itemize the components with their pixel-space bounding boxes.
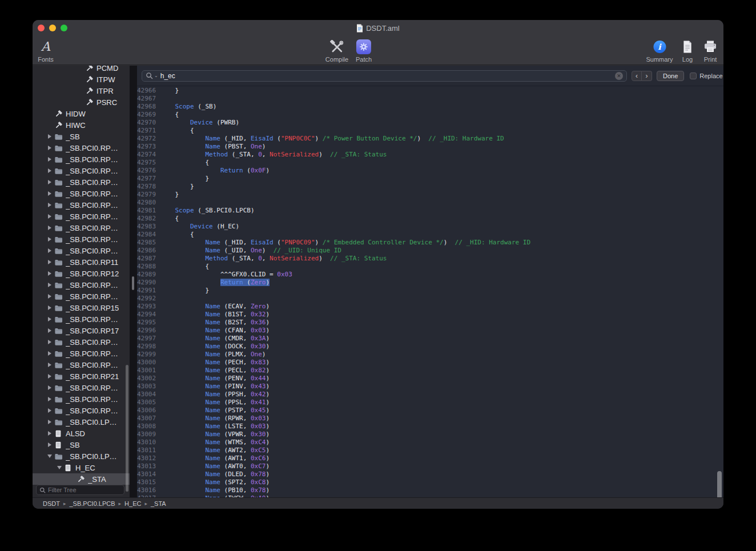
tree-item-sb-pci0-rp[interactable]: _SB.PCI0.RP… bbox=[33, 313, 130, 325]
disclosure-triangle-icon[interactable] bbox=[46, 248, 54, 253]
disclosure-triangle-icon[interactable] bbox=[46, 214, 54, 219]
tree-item-sb-pci0-rp[interactable]: _SB.PCI0.RP… bbox=[33, 405, 130, 416]
tree-item-hiwc[interactable]: HIWC bbox=[33, 119, 130, 131]
disclosure-triangle-icon[interactable] bbox=[46, 180, 54, 184]
code-line: 42969 { bbox=[137, 111, 723, 119]
tree-item-sb-pci0-rp[interactable]: _SB.PCI0.RP… bbox=[33, 336, 130, 348]
line-number: 43012 bbox=[137, 455, 160, 462]
disclosure-triangle-icon[interactable] bbox=[55, 466, 63, 469]
find-previous-button[interactable]: ‹ bbox=[632, 71, 642, 81]
tree-item-sb-pci0-rp[interactable]: _SB.PCI0.RP… bbox=[33, 222, 130, 234]
search-scope-chevron-icon[interactable]: ⌄ bbox=[154, 73, 158, 78]
patch-button[interactable]: Patch bbox=[356, 38, 372, 63]
tree-item-hidw[interactable]: HIDW bbox=[33, 108, 130, 119]
disclosure-triangle-icon[interactable] bbox=[46, 305, 54, 310]
tree-item-itpr[interactable]: ITPR bbox=[33, 85, 130, 96]
disclosure-triangle-icon[interactable] bbox=[46, 385, 54, 390]
disclosure-triangle-icon[interactable] bbox=[46, 408, 54, 413]
tree-item-sb-pci0-rp[interactable]: _SB.PCI0.RP… bbox=[33, 188, 130, 199]
close-window-button[interactable] bbox=[38, 25, 45, 31]
log-button[interactable]: Log bbox=[682, 38, 693, 63]
disclosure-triangle-icon[interactable] bbox=[46, 317, 54, 321]
tree-item-sb-pci0-rp15[interactable]: _SB.PCI0.RP15 bbox=[33, 302, 130, 313]
code-editor[interactable]: 42966 }4296742968 Scope (_SB)42969 {4297… bbox=[137, 86, 723, 497]
disclosure-triangle-icon[interactable] bbox=[46, 203, 54, 207]
disclosure-triangle-icon[interactable] bbox=[46, 397, 54, 401]
find-next-button[interactable]: › bbox=[642, 71, 652, 81]
tree-item-sb-pci0-rp[interactable]: _SB.PCI0.RP… bbox=[33, 393, 130, 405]
tree-item-sb-pci0-rp[interactable]: _SB.PCI0.RP… bbox=[33, 211, 130, 222]
disclosure-triangle-icon[interactable] bbox=[46, 226, 54, 230]
disclosure-triangle-icon[interactable] bbox=[46, 431, 54, 436]
disclosure-triangle-icon[interactable] bbox=[46, 191, 54, 196]
breadcrumb-item[interactable]: H_EC bbox=[124, 500, 141, 507]
print-button[interactable]: Print bbox=[703, 38, 717, 63]
tree-item-sta[interactable]: _STA bbox=[33, 473, 130, 485]
disclosure-triangle-icon[interactable] bbox=[46, 443, 54, 447]
tree-item-sb-pci0-rp12[interactable]: _SB.PCI0.RP12 bbox=[33, 268, 130, 279]
disclosure-triangle-icon[interactable] bbox=[46, 168, 54, 173]
disclosure-triangle-icon[interactable] bbox=[46, 351, 54, 356]
disclosure-triangle-icon[interactable] bbox=[46, 340, 54, 344]
tree-item-sb-pci0-lp[interactable]: _SB.PCI0.LP… bbox=[33, 451, 130, 462]
tree-item-sb-pci0-rp[interactable]: _SB.PCI0.RP… bbox=[33, 359, 130, 371]
tree-item-sb-pci0-rp[interactable]: _SB.PCI0.RP… bbox=[33, 291, 130, 302]
tree-item-sb-pci0-rp[interactable]: _SB.PCI0.RP… bbox=[33, 234, 130, 245]
replace-checkbox[interactable] bbox=[690, 73, 697, 79]
tree-item-sb-pci0-rp[interactable]: _SB.PCI0.RP… bbox=[33, 382, 130, 393]
tree-item-sb[interactable]: _SB bbox=[33, 439, 130, 451]
tree-item-alsd[interactable]: ALSD bbox=[33, 428, 130, 439]
tree-item-sb-pci0-rp[interactable]: _SB.PCI0.RP… bbox=[33, 199, 130, 211]
disclosure-triangle-icon[interactable] bbox=[46, 271, 54, 276]
disclosure-triangle-icon[interactable] bbox=[46, 363, 54, 367]
tree-item-sb-pci0-rp[interactable]: _SB.PCI0.RP… bbox=[33, 142, 130, 154]
folder-icon bbox=[54, 155, 63, 164]
tree-item-h-ec[interactable]: H_EC bbox=[33, 462, 130, 473]
done-button[interactable]: Done bbox=[657, 71, 684, 81]
tree-item-sb-pci0-rp[interactable]: _SB.PCI0.RP… bbox=[33, 245, 130, 256]
filter-tree-field[interactable] bbox=[36, 485, 124, 495]
disclosure-triangle-icon[interactable] bbox=[46, 157, 54, 162]
disclosure-triangle-icon[interactable] bbox=[46, 134, 54, 139]
tree-item-sb[interactable]: _SB bbox=[33, 131, 130, 142]
tree-item-psrc[interactable]: PSRC bbox=[33, 96, 130, 108]
find-input[interactable] bbox=[160, 72, 613, 80]
fonts-button[interactable]: A Fonts bbox=[38, 38, 54, 63]
tree-item-sb-pci0-rp[interactable]: _SB.PCI0.RP… bbox=[33, 279, 130, 291]
clear-search-icon[interactable]: ✕ bbox=[615, 72, 623, 80]
line-number: 43001 bbox=[137, 367, 160, 375]
breadcrumb-item[interactable]: _SB.PCI0.LPCB bbox=[69, 500, 115, 507]
compile-button[interactable]: Compile bbox=[325, 38, 348, 63]
tree-item-sb-pci0-rp11[interactable]: _SB.PCI0.RP11 bbox=[33, 256, 130, 268]
find-field[interactable]: ⌄ ✕ bbox=[142, 70, 627, 82]
code-line: 42987 Method (_STA, 0, NotSerialized) //… bbox=[137, 255, 723, 263]
code-line: 43004 Name (PPSH, 0x42) bbox=[137, 391, 723, 399]
split-divider-handle[interactable] bbox=[132, 276, 134, 290]
tree-item-sb-pci0-rp[interactable]: _SB.PCI0.RP… bbox=[33, 165, 130, 176]
summary-button[interactable]: i Summary bbox=[646, 38, 673, 63]
disclosure-triangle-icon[interactable] bbox=[46, 455, 54, 458]
zoom-window-button[interactable] bbox=[61, 25, 67, 31]
disclosure-triangle-icon[interactable] bbox=[46, 146, 54, 150]
disclosure-triangle-icon[interactable] bbox=[46, 328, 54, 333]
breadcrumb-item[interactable]: _STA bbox=[151, 500, 166, 507]
minimize-window-button[interactable] bbox=[49, 25, 56, 31]
disclosure-triangle-icon[interactable] bbox=[46, 283, 54, 287]
tree-item-sb-pci0-rp21[interactable]: _SB.PCI0.RP21 bbox=[33, 371, 130, 382]
disclosure-triangle-icon[interactable] bbox=[46, 237, 54, 242]
tree-item-sb-pci0-rp[interactable]: _SB.PCI0.RP… bbox=[33, 176, 130, 188]
disclosure-triangle-icon[interactable] bbox=[46, 260, 54, 264]
tree-item-sb-pci0-rp17[interactable]: _SB.PCI0.RP17 bbox=[33, 325, 130, 336]
sidebar-scrollbar[interactable] bbox=[126, 365, 128, 492]
tree-item-sb-pci0-lp[interactable]: _SB.PCI0.LP… bbox=[33, 416, 130, 428]
tree-item-pcmd[interactable]: PCMD bbox=[33, 66, 130, 74]
tree-item-sb-pci0-rp[interactable]: _SB.PCI0.RP… bbox=[33, 154, 130, 165]
editor-scrollbar[interactable] bbox=[717, 471, 722, 497]
filter-tree-input[interactable] bbox=[48, 486, 121, 493]
breadcrumb-item[interactable]: DSDT bbox=[43, 500, 60, 507]
disclosure-triangle-icon[interactable] bbox=[46, 420, 54, 424]
disclosure-triangle-icon[interactable] bbox=[46, 294, 54, 299]
tree-item-sb-pci0-rp[interactable]: _SB.PCI0.RP… bbox=[33, 348, 130, 359]
tree-item-itpw[interactable]: ITPW bbox=[33, 74, 130, 85]
disclosure-triangle-icon[interactable] bbox=[46, 374, 54, 379]
